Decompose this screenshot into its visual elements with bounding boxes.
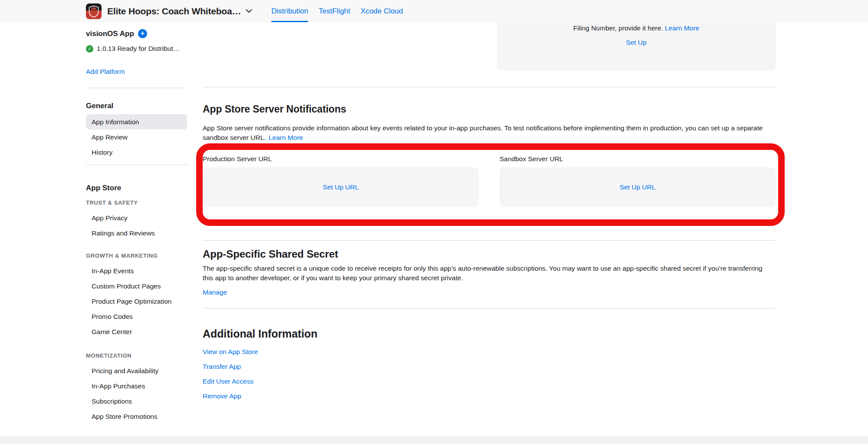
- app-store-connect-page: Filing Number, provide it here. Learn Mo…: [0, 0, 868, 444]
- version-status-row[interactable]: ✓ 1.0.13 Ready for Distribut…: [86, 44, 187, 53]
- top-navigation-bar: Elite Hoops: Coach Whiteboa… Distributio…: [0, 0, 868, 22]
- sidebar-growth-marketing-items: In-App Events Custom Product Pages Produ…: [86, 263, 187, 339]
- sidebar-monetization-items: Pricing and Availability In-App Purchase…: [86, 363, 187, 424]
- section-divider: [203, 308, 776, 308]
- additional-information-title: Additional Information: [203, 327, 776, 340]
- sidebar-item-app-privacy[interactable]: App Privacy: [86, 210, 187, 225]
- primary-tabs: Distribution TestFlight Xcode Cloud: [261, 0, 403, 22]
- sidebar-item-ratings-and-reviews[interactable]: Ratings and Reviews: [86, 225, 187, 241]
- chevron-down-icon[interactable]: [246, 9, 252, 13]
- production-server-url-card: Set Up URL: [203, 167, 479, 207]
- sidebar-item-app-information[interactable]: App Information: [86, 114, 187, 129]
- shared-secret-description: The app-specific shared secret is a uniq…: [203, 264, 763, 283]
- page-footer-strip: [0, 436, 868, 444]
- sandbox-server-url-label: Sandbox Server URL: [500, 155, 776, 163]
- sidebar-item-pricing-and-availability[interactable]: Pricing and Availability: [86, 363, 187, 378]
- transfer-app-link[interactable]: Transfer App: [203, 362, 241, 371]
- sandbox-server-url-card: Set Up URL: [500, 167, 776, 207]
- section-divider: [203, 240, 776, 241]
- remove-app-link[interactable]: Remove App: [203, 392, 241, 401]
- manage-shared-secret-link[interactable]: Manage: [203, 288, 227, 297]
- platform-title: visionOS App: [86, 29, 134, 38]
- sandbox-set-up-url-link[interactable]: Set Up URL: [620, 183, 656, 191]
- tab-distribution[interactable]: Distribution: [271, 0, 308, 22]
- production-server-url-label: Production Server URL: [203, 155, 479, 163]
- sidebar-item-app-review[interactable]: App Review: [86, 129, 187, 145]
- sidebar-trust-safety-items: App Privacy Ratings and Reviews: [86, 210, 187, 241]
- edit-user-access-link[interactable]: Edit User Access: [203, 377, 253, 386]
- server-notifications-learn-more-link[interactable]: Learn More: [269, 134, 303, 141]
- sidebar: visionOS App + ✓ 1.0.13 Ready for Distri…: [86, 22, 187, 424]
- sidebar-item-game-center[interactable]: Game Center: [86, 324, 187, 339]
- production-set-up-url-link[interactable]: Set Up URL: [323, 183, 359, 191]
- sidebar-section-monetization: MONETIZATION: [86, 352, 187, 359]
- server-notifications-title: App Store Server Notifications: [203, 103, 776, 115]
- ready-check-icon: ✓: [86, 45, 93, 53]
- sidebar-section-growth-marketing: GROWTH & MARKETING: [86, 252, 187, 259]
- app-icon: [86, 3, 102, 19]
- add-platform-link[interactable]: Add Platform: [86, 67, 125, 76]
- sidebar-item-product-page-optimization[interactable]: Product Page Optimization: [86, 294, 187, 309]
- sidebar-item-history[interactable]: History: [86, 145, 187, 160]
- additional-information-links: View on App Store Transfer App Edit User…: [203, 348, 776, 401]
- sidebar-item-promo-codes[interactable]: Promo Codes: [86, 309, 187, 324]
- sandbox-server-url-section: Sandbox Server URL Set Up URL: [500, 155, 776, 219]
- sidebar-divider: [86, 88, 187, 88]
- section-divider: [203, 87, 776, 87]
- sidebar-item-subscriptions[interactable]: Subscriptions: [86, 394, 187, 409]
- sidebar-heading-general: General: [86, 101, 187, 110]
- add-version-plus-icon[interactable]: +: [138, 29, 147, 38]
- sidebar-heading-app-store: App Store: [86, 183, 187, 192]
- sidebar-item-in-app-purchases[interactable]: In-App Purchases: [86, 378, 187, 394]
- tab-xcode-cloud[interactable]: Xcode Cloud: [361, 0, 403, 22]
- production-server-url-section: Production Server URL Set Up URL: [203, 155, 479, 219]
- platform-header: visionOS App +: [86, 29, 187, 38]
- sidebar-section-trust-safety: TRUST & SAFETY: [86, 199, 187, 206]
- sidebar-item-app-store-promotions[interactable]: App Store Promotions: [86, 409, 187, 424]
- sidebar-divider: [86, 165, 187, 165]
- tab-testflight[interactable]: TestFlight: [319, 0, 350, 22]
- version-status-label: 1.0.13 Ready for Distribut…: [97, 44, 180, 53]
- sidebar-item-custom-product-pages[interactable]: Custom Product Pages: [86, 278, 187, 294]
- shared-secret-title: App-Specific Shared Secret: [203, 248, 776, 260]
- view-on-app-store-link[interactable]: View on App Store: [203, 348, 258, 356]
- sidebar-general-items: App Information App Review History: [86, 114, 187, 160]
- server-notifications-description: App Store server notifications provide i…: [203, 123, 776, 142]
- red-highlight-annotation: Production Server URL Set Up URL Sandbox…: [196, 143, 785, 226]
- app-title: Elite Hoops: Coach Whiteboa…: [107, 6, 241, 17]
- sidebar-item-in-app-events[interactable]: In-App Events: [86, 263, 187, 278]
- main-content: App Store Server Notifications App Store…: [203, 22, 776, 407]
